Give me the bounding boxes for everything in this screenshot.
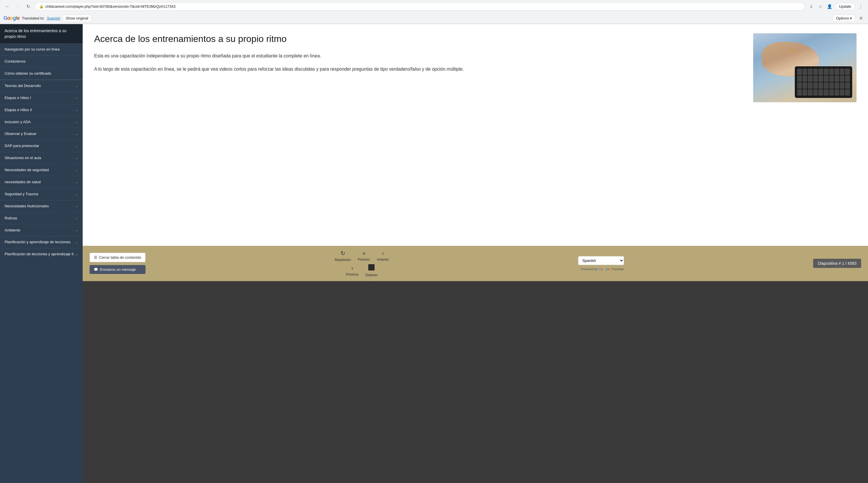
profile-icon[interactable]: 👤 <box>826 3 834 11</box>
next-control[interactable]: › Próximo <box>346 265 359 276</box>
repeat-label: Repetición <box>335 258 351 262</box>
sidebar-item-inclusion[interactable]: Inclusión y ADA ⌄ <box>0 116 83 128</box>
sidebar-item-planificacion1[interactable]: Planificación y aprendizaje de lecciones… <box>0 236 83 248</box>
nav-right: Spanish English French Portuguese Powere… <box>578 256 624 271</box>
sidebar-item-navegando[interactable]: Navegando por su curso en línea <box>0 43 83 55</box>
repeat-control[interactable]: ↻ Repetición <box>335 250 351 262</box>
slide-content: Acerca de los entrenamientos a su propio… <box>83 24 868 246</box>
sidebar-item-certificado[interactable]: Cómo obtener su certificado <box>0 67 83 80</box>
slide-image <box>753 33 857 102</box>
slide-title: Acerca de los entrenamientos a su propio… <box>94 33 745 44</box>
first-icon: « <box>362 250 365 256</box>
stop-icon <box>368 264 375 272</box>
chevron-icon: ⌄ <box>75 96 78 100</box>
address-bar[interactable]: 🔒 childcareed.com/player.php?sid=60780&v… <box>34 2 805 11</box>
toolbar-actions: ⇩ ☆ 👤 Update ⋮ <box>807 3 865 11</box>
google-logo: Google <box>3 15 20 21</box>
translated-to-label: Translated to: <box>22 16 44 20</box>
sidebar-item-etapas2[interactable]: Etapas e Hitos II ⌄ <box>0 104 83 116</box>
menu-icon[interactable]: ⋮ <box>857 3 865 11</box>
sidebar-item-situaciones[interactable]: Situaciones en el aula ⌄ <box>0 152 83 164</box>
chevron-icon: ⌄ <box>75 168 78 173</box>
bookmark-icon[interactable]: ☆ <box>816 3 825 11</box>
url-text: childcareed.com/player.php?sid=60780&ver… <box>45 4 175 9</box>
chevron-icon: ⌄ <box>75 120 78 124</box>
sidebar-item-observar[interactable]: Observar y Evaluar ⌄ <box>0 128 83 140</box>
close-table-button[interactable]: ☰ Cerrar tabla de contenido <box>90 253 146 262</box>
previous-control[interactable]: ‹ Anterior <box>377 250 389 262</box>
sidebar-item-seguridad-necesidades[interactable]: Necesidades de seguridad ⌄ <box>0 164 83 176</box>
translation-bar: Google Translated to: Spanish Show origi… <box>0 13 868 24</box>
first-label: Primero <box>358 258 370 262</box>
reload-button[interactable]: ↻ <box>24 3 32 11</box>
repeat-icon: ↻ <box>340 250 345 257</box>
stop-control[interactable]: Detener <box>365 264 378 277</box>
content-area: Acerca de los entrenamientos a su propio… <box>83 24 868 483</box>
slide-paragraph-1: Esta es una capacitación independiente a… <box>94 52 745 60</box>
nav-controls-top: ↻ Repetición « Primero ‹ Anterior <box>335 250 389 262</box>
next-label: Próximo <box>346 273 359 276</box>
browser-toolbar: ← → ↻ 🔒 childcareed.com/player.php?sid=6… <box>0 0 868 13</box>
first-control[interactable]: « Primero <box>358 250 370 262</box>
sidebar-item-ambiente[interactable]: Ambiente ⌄ <box>0 224 83 236</box>
previous-label: Anterior <box>377 258 389 262</box>
sidebar-item-dap[interactable]: DAP para preescolar ⌄ <box>0 140 83 152</box>
close-translation-bar-button[interactable]: ✕ <box>857 15 865 22</box>
browser-chrome: ← → ↻ 🔒 childcareed.com/player.php?sid=6… <box>0 0 868 24</box>
message-icon: 💬 <box>94 267 98 272</box>
chevron-icon: ⌄ <box>75 108 78 112</box>
slide-paragraph-2: A lo largo de esta capacitación en línea… <box>94 65 745 73</box>
chevron-icon: ⌄ <box>75 144 78 148</box>
chevron-icon: ⌄ <box>75 216 78 220</box>
slide-text: Acerca de los entrenamientos a su propio… <box>94 33 745 237</box>
chevron-icon: ⌄ <box>75 132 78 137</box>
lock-icon: 🔒 <box>39 5 43 9</box>
sidebar-item-nutricionales[interactable]: Necesidades Nutricionales ⌄ <box>0 200 83 212</box>
nav-controls-bottom: › Próximo Detener <box>346 264 378 277</box>
forward-button[interactable]: → <box>14 3 22 11</box>
chevron-icon: ⌄ <box>75 228 78 233</box>
chevron-icon: ⌄ <box>75 180 78 185</box>
table-icon: ☰ <box>94 255 97 260</box>
chevron-icon: ⌄ <box>75 252 78 257</box>
nav-left: ☰ Cerrar tabla de contenido 💬 Envíanos u… <box>90 253 146 274</box>
language-select[interactable]: Spanish English French Portuguese <box>578 256 624 265</box>
sidebar-active-item[interactable]: Acerca de los entrenamientos a su propio… <box>0 24 83 43</box>
chevron-icon: ⌄ <box>75 192 78 197</box>
chevron-icon: ⌄ <box>75 84 78 88</box>
dark-area <box>83 281 868 483</box>
sidebar-item-planificacion2[interactable]: Planificación de lecciones y aprendizaje… <box>0 248 83 260</box>
chevron-icon: ⌄ <box>75 156 78 160</box>
google-translate-label: Google <box>599 267 610 271</box>
slide-counter: Diapositiva # 1 / 4583 <box>813 259 861 268</box>
sidebar-item-rutinas[interactable]: Rutinas ⌄ <box>0 212 83 224</box>
next-icon: › <box>351 265 353 271</box>
language-link[interactable]: Spanish <box>47 16 60 20</box>
stop-label: Detener <box>365 273 378 277</box>
show-original-button[interactable]: Show original <box>63 14 91 22</box>
main-layout: Acerca de los entrenamientos a su propio… <box>0 24 868 483</box>
update-button[interactable]: Update <box>835 3 856 10</box>
powered-by: Powered by Google Translate <box>581 267 624 271</box>
sidebar-item-contactenos[interactable]: Contáctenos <box>0 55 83 67</box>
nav-bar: ☰ Cerrar tabla de contenido 💬 Envíanos u… <box>83 246 868 281</box>
sidebar-item-salud[interactable]: necesidades de salud ⌄ <box>0 176 83 188</box>
sidebar-item-trauma[interactable]: Seguridad y Trauma ⌄ <box>0 188 83 200</box>
sidebar: Acerca de los entrenamientos a su propio… <box>0 24 83 483</box>
options-button[interactable]: Options ▾ <box>833 14 855 22</box>
sidebar-item-teorias[interactable]: Teorías del Desarrollo ⌄ <box>0 80 83 92</box>
chevron-icon: ⌄ <box>75 240 78 245</box>
previous-icon: ‹ <box>382 250 384 256</box>
download-icon[interactable]: ⇩ <box>807 3 815 11</box>
message-button[interactable]: 💬 Envíanos un mensaje <box>90 265 146 274</box>
nav-center: ↻ Repetición « Primero ‹ Anterior › <box>335 250 389 277</box>
chevron-icon: ⌄ <box>75 204 78 209</box>
back-button[interactable]: ← <box>3 3 11 11</box>
sidebar-item-etapas1[interactable]: Etapas e Hitos I ⌄ <box>0 92 83 104</box>
laptop-image <box>753 33 857 102</box>
